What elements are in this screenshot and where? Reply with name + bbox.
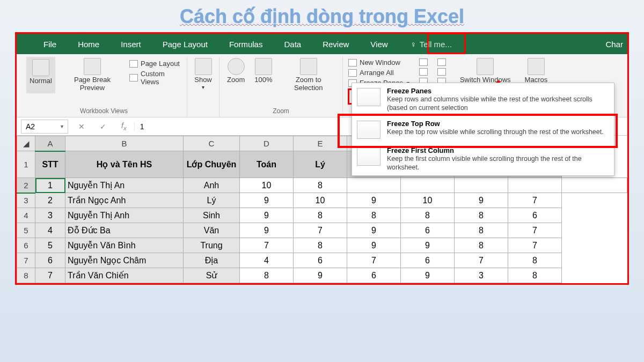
cell[interactable]: 8 — [455, 223, 508, 238]
cell[interactable]: 3 — [35, 208, 65, 223]
zoom-selection-button[interactable]: Zoom to Selection — [280, 57, 337, 93]
cell[interactable]: Sinh — [184, 208, 240, 223]
cell[interactable]: Anh — [184, 178, 240, 193]
cell[interactable] — [455, 178, 508, 193]
cell[interactable]: Nguyễn Ngọc Châm — [65, 253, 184, 268]
new-window-button[interactable]: New Window — [348, 58, 409, 67]
cell[interactable]: 8 — [294, 178, 347, 193]
cell[interactable]: 9 — [347, 193, 401, 208]
arrange-all-button[interactable]: Arrange All — [348, 68, 409, 77]
cell[interactable]: 4 — [240, 253, 294, 268]
cell[interactable]: Trần Văn Chiến — [65, 268, 184, 283]
normal-button[interactable]: Normal — [26, 57, 55, 93]
freeze-top-row-item[interactable]: Freeze Top RowKeep the top row visible w… — [352, 116, 614, 143]
confirm-fx-button[interactable]: ✓ — [92, 122, 114, 131]
tab-data[interactable]: Data — [273, 40, 312, 49]
cell[interactable]: 6 — [508, 208, 562, 223]
custom-views-button[interactable]: Custom Views — [129, 69, 181, 86]
fx-button[interactable]: fx — [114, 121, 134, 131]
freeze-first-col-item[interactable]: Freeze First ColumnKeep the first column… — [352, 143, 614, 175]
cell[interactable]: 8 — [240, 268, 294, 283]
cell[interactable]: 1 — [35, 178, 65, 193]
cell[interactable]: 3 — [455, 268, 508, 283]
cell[interactable]: 9 — [455, 193, 508, 208]
cell[interactable] — [508, 178, 562, 193]
cell[interactable]: 9 — [240, 208, 294, 223]
cell[interactable]: 7 — [508, 193, 562, 208]
col-header[interactable]: E — [294, 136, 347, 151]
zoom-button[interactable]: Zoom — [225, 57, 247, 93]
cell[interactable]: 7 — [347, 253, 401, 268]
cell[interactable]: 7 — [294, 223, 347, 238]
hide-button[interactable] — [419, 68, 428, 76]
cell[interactable]: 7 — [455, 253, 508, 268]
cell[interactable]: 8 — [401, 208, 455, 223]
row-header[interactable]: 2 — [17, 178, 35, 193]
hdr-cell[interactable]: STT — [35, 151, 65, 178]
page-break-button[interactable]: Page Break Preview — [61, 57, 124, 93]
cell[interactable]: 9 — [347, 223, 401, 238]
cell[interactable]: 10 — [401, 193, 455, 208]
col-header[interactable]: D — [240, 136, 294, 151]
cell[interactable]: 8 — [347, 208, 401, 223]
hdr-cell[interactable]: Toán — [240, 151, 294, 178]
row-header[interactable]: 3 — [17, 193, 35, 208]
col-header[interactable]: A — [35, 136, 65, 151]
cell[interactable]: Địa — [184, 253, 240, 268]
hdr-cell[interactable]: Lớp Chuyên — [184, 151, 240, 178]
cell[interactable]: 8 — [508, 268, 562, 283]
row-header[interactable]: 8 — [17, 268, 35, 283]
cell[interactable]: 9 — [401, 268, 455, 283]
cell[interactable]: 8 — [294, 208, 347, 223]
tell-me[interactable]: ♀ Tell me... — [411, 40, 452, 49]
cell[interactable]: Nguyễn Văn Bình — [65, 238, 184, 253]
cell[interactable]: 6 — [401, 253, 455, 268]
row-header[interactable]: 5 — [17, 223, 35, 238]
cell[interactable]: Sử — [184, 268, 240, 283]
cell[interactable]: 6 — [35, 253, 65, 268]
tab-file[interactable]: File — [33, 40, 67, 49]
hdr-cell[interactable]: Lý — [294, 151, 347, 178]
cell[interactable]: Nguyễn Thị An — [65, 178, 184, 193]
cell[interactable]: 8 — [455, 208, 508, 223]
cell[interactable]: 7 — [508, 223, 562, 238]
cell[interactable]: 8 — [294, 238, 347, 253]
cell[interactable]: 10 — [240, 178, 294, 193]
side-by-side-button[interactable] — [437, 58, 446, 67]
cell[interactable]: 9 — [294, 268, 347, 283]
cell[interactable]: Văn — [184, 223, 240, 238]
cell[interactable]: 7 — [508, 238, 562, 253]
row-header[interactable]: 4 — [17, 208, 35, 223]
tab-insert[interactable]: Insert — [110, 40, 152, 49]
cell[interactable] — [562, 178, 627, 193]
cell[interactable]: 4 — [35, 223, 65, 238]
split-button[interactable] — [419, 58, 428, 67]
row-header[interactable]: 1 — [17, 151, 35, 178]
sync-scroll-button[interactable] — [437, 68, 446, 76]
cancel-fx-button[interactable]: ✕ — [71, 122, 92, 131]
cell[interactable]: 9 — [347, 238, 401, 253]
cell[interactable]: 8 — [508, 253, 562, 268]
col-header[interactable]: B — [65, 136, 184, 151]
cell[interactable]: Trần Ngọc Anh — [65, 193, 184, 208]
cell[interactable]: 6 — [294, 253, 347, 268]
corner-cell[interactable]: ◢ — [17, 136, 35, 151]
name-box[interactable]: A2▾ — [21, 120, 68, 134]
cell[interactable]: 9 — [401, 238, 455, 253]
zoom-100-button[interactable]: 100% — [252, 57, 274, 93]
tab-view[interactable]: View — [360, 40, 398, 49]
cell[interactable]: 9 — [240, 223, 294, 238]
show-button[interactable]: Show ▾ — [193, 57, 214, 91]
page-layout-button[interactable]: Page Layout — [129, 59, 181, 68]
cell[interactable]: Lý — [184, 193, 240, 208]
cell[interactable]: 9 — [240, 193, 294, 208]
col-header[interactable]: C — [184, 136, 240, 151]
cell[interactable]: Đỗ Đức Ba — [65, 223, 184, 238]
row-header[interactable]: 7 — [17, 253, 35, 268]
hdr-cell[interactable]: Họ và Tên HS — [65, 151, 184, 178]
tab-formulas[interactable]: Formulas — [218, 40, 274, 49]
cell[interactable]: Trung — [184, 238, 240, 253]
cell[interactable]: 7 — [240, 238, 294, 253]
cell[interactable] — [401, 178, 455, 193]
cell[interactable]: 10 — [294, 193, 347, 208]
